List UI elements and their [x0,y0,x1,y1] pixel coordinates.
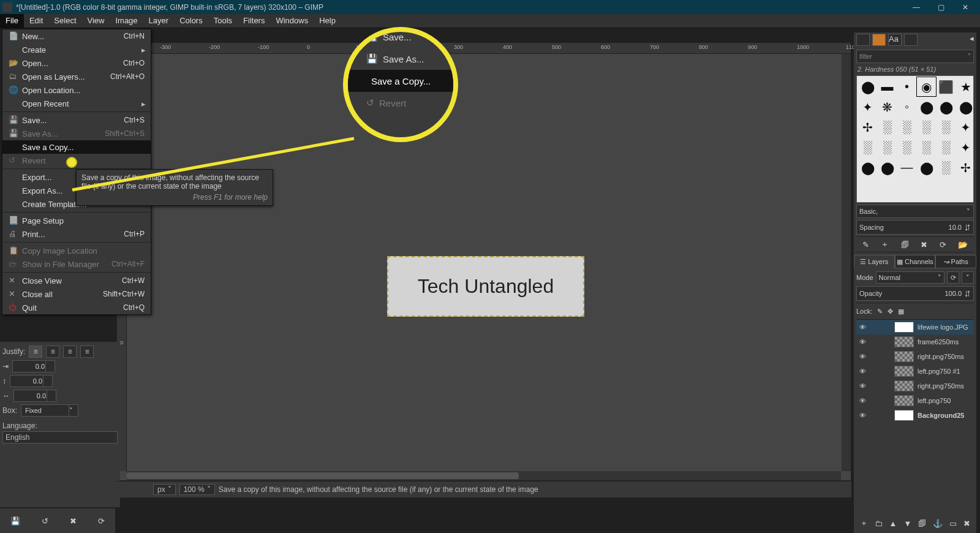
lock-position-icon[interactable]: ✥ [888,308,893,316]
save-options-icon[interactable]: 💾 [10,516,20,526]
brush-preset-select[interactable]: Basic,˅ [856,205,974,218]
brush-refresh-icon[interactable]: ⟳ [940,240,946,249]
file-close-all[interactable]: ✕Close allShift+Ctrl+W [2,287,151,301]
layer-row[interactable]: 👁right.png750ms [856,349,974,364]
paths-tab[interactable]: ↝Paths [935,255,976,268]
layer-row[interactable]: 👁Background25 [856,408,974,423]
justify-fill-button[interactable]: ≡ [80,346,94,358]
visibility-toggle-icon[interactable]: 👁 [856,353,869,360]
menu-windows[interactable]: Windows [270,14,314,28]
file-open[interactable]: 📂Open...Ctrl+O [2,56,151,70]
brushes-tab-3[interactable]: Aa [888,34,902,46]
horizontal-ruler[interactable]: -300-200-1000100200300400500600700800900… [126,43,851,54]
close-window-button[interactable]: ✕ [953,0,978,14]
lock-pixels-icon[interactable]: ✎ [877,308,883,316]
annotation-magnifier: 💾Save... 💾Save As... Save a Copy... ↺Rev… [343,27,458,142]
unit-select[interactable]: px˅ [153,484,176,495]
maximize-button[interactable]: ▢ [929,0,953,14]
line-spacing-input[interactable]: 0.0 [10,375,53,387]
file-show-in-file-manager[interactable]: 🗁Show in File ManagerCtrl+Alt+F [2,257,151,271]
layer-up-button[interactable]: ▲ [889,519,897,528]
brush-new-icon[interactable]: ＋ [881,239,889,250]
visibility-toggle-icon[interactable]: 👁 [856,382,869,390]
restore-options-icon[interactable]: ↺ [42,516,48,526]
justify-center-button[interactable]: ≡ [63,346,77,358]
brush-spacing-slider[interactable]: Spacing10.0⮃ [856,220,974,235]
zoom-select[interactable]: 100 %˅ [179,484,215,495]
new-group-button[interactable]: 🗀 [875,519,883,528]
file-print[interactable]: 🖨Print...Ctrl+P [2,227,151,241]
language-input[interactable]: English [2,431,118,444]
brushes-tab-2[interactable] [872,34,886,46]
file-save[interactable]: 💾Save...Ctrl+S [2,113,151,127]
reset-options-icon[interactable]: ⟳ [98,516,105,526]
visibility-toggle-icon[interactable]: 👁 [856,323,869,331]
delete-layer-button[interactable]: ✖ [963,519,970,528]
horizontal-scrollbar[interactable] [127,471,841,480]
file-open-recent[interactable]: Open Recent▸ [2,97,151,110]
brush-edit-icon[interactable]: ✎ [862,240,869,249]
layer-down-button[interactable]: ▼ [903,519,911,528]
letter-spacing-input[interactable]: 0.0 [13,390,56,402]
delete-options-icon[interactable]: ✖ [70,516,77,526]
vertical-scrollbar[interactable] [842,54,851,471]
menu-filters[interactable]: Filters [238,14,270,28]
indent-input[interactable]: 0.0 [12,360,55,372]
layer-thumbnail [894,380,914,391]
duplicate-layer-button[interactable]: 🗐 [918,519,926,528]
file-quit[interactable]: ⏻QuitCtrl+Q [2,301,151,314]
new-layer-button[interactable]: ＋ [860,518,868,529]
opacity-slider[interactable]: Opacity100.0⮃ [856,286,974,301]
canvas[interactable]: Tech Untangled [127,54,841,471]
file-open-as-layers[interactable]: 🗂Open as Layers...Ctrl+Alt+O [2,70,151,83]
menu-file[interactable]: File [0,14,24,28]
brush-grid[interactable]: ⬤▬•◉⬛★✦❋◦⬤⬤⬤✢░░░░✦░░░░░✦⬤⬤—⬤░✢ [856,75,974,203]
text-layer-box[interactable]: Tech Untangled [387,256,584,317]
menu-view[interactable]: View [82,14,110,28]
mask-layer-button[interactable]: ▭ [949,519,957,528]
file-new[interactable]: 📄New...Ctrl+N [2,29,151,43]
file-page-setup[interactable]: 📃Page Setup [2,214,151,227]
menu-help[interactable]: Help [314,14,341,28]
layer-name: frame6250ms [918,338,959,346]
brush-open-icon[interactable]: 📂 [958,240,968,249]
channels-tab[interactable]: ▦Channels [895,255,936,268]
visibility-toggle-icon[interactable]: 👁 [856,397,869,404]
justify-right-button[interactable]: ≡ [46,346,59,358]
layers-tab[interactable]: ☰Layers [854,255,895,268]
layer-row[interactable]: 👁left.png750 [856,393,974,408]
visibility-toggle-icon[interactable]: 👁 [856,368,869,375]
merge-layer-button[interactable]: ⚓ [933,519,943,528]
file-save-a-copy[interactable]: Save a Copy... [2,140,151,154]
mode-swap-button[interactable]: ˅ [962,271,974,284]
brushes-tab-menu-icon[interactable]: ◂ [970,34,974,47]
visibility-toggle-icon[interactable]: 👁 [856,338,869,346]
file-copy-image-location[interactable]: 📋Copy Image Location [2,244,151,257]
menu-colors[interactable]: Colors [174,14,208,28]
file-open-location[interactable]: 🌐Open Location... [2,83,151,97]
layer-row[interactable]: 👁frame6250ms [856,335,974,349]
file-close-view[interactable]: ✕Close ViewCtrl+W [2,274,151,287]
lock-alpha-icon[interactable]: ▦ [898,308,904,316]
menu-edit[interactable]: Edit [24,14,48,28]
justify-left-button[interactable]: ≡ [29,346,42,358]
box-mode-select[interactable]: Fixed˅ [21,404,78,417]
mode-reset-button[interactable]: ⟳ [947,271,959,284]
file-create[interactable]: Create▸ [2,43,151,56]
menu-tools[interactable]: Tools [208,14,238,28]
file-save-as[interactable]: 💾Save As...Shift+Ctrl+S [2,127,151,140]
layer-row[interactable]: 👁lifewire logo.JPG [856,320,974,335]
layer-row[interactable]: 👁right.png750ms [856,379,974,393]
menu-layer[interactable]: Layer [143,14,175,28]
mode-select[interactable]: Normal˅ [876,271,944,284]
menu-select[interactable]: Select [48,14,81,28]
layer-row[interactable]: 👁left.png750 #1 [856,364,974,379]
menu-image[interactable]: Image [110,14,143,28]
visibility-toggle-icon[interactable]: 👁 [856,412,869,419]
brush-duplicate-icon[interactable]: 🗐 [901,240,909,249]
brush-filter-input[interactable]: filter˅ [856,50,974,63]
minimize-button[interactable]: — [904,0,929,14]
brush-delete-icon[interactable]: ✖ [921,240,927,249]
brushes-tab-1[interactable] [856,34,870,46]
brushes-tab-4[interactable] [904,34,918,46]
